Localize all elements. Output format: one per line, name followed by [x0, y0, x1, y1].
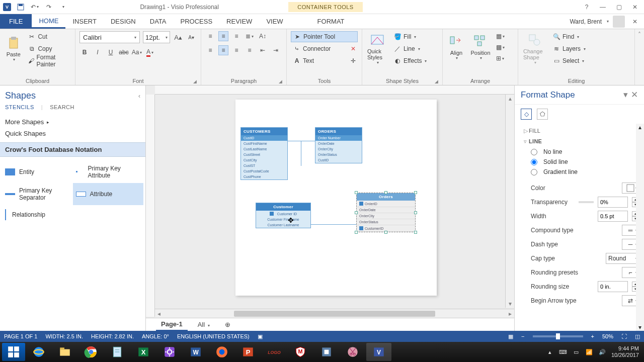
- justify-button[interactable]: ≡: [245, 45, 255, 55]
- qat-save-icon[interactable]: [16, 3, 25, 12]
- tray-keyboard-icon[interactable]: ⌨: [559, 348, 567, 356]
- close-document-icon[interactable]: ✕: [629, 16, 641, 28]
- full-screen-icon[interactable]: ◫: [635, 333, 640, 340]
- shrink-font-button[interactable]: A▾: [186, 32, 196, 42]
- page-tab-all[interactable]: All ▾: [193, 319, 215, 330]
- rounding-size-input[interactable]: [598, 281, 628, 292]
- taskbar-powerpoint[interactable]: P: [235, 343, 261, 361]
- align-middle-button[interactable]: ≡: [218, 31, 228, 41]
- line-width-input[interactable]: [598, 211, 628, 222]
- increase-indent-button[interactable]: ⇥: [271, 45, 281, 55]
- shape-styles-dialog-launcher[interactable]: ◢: [435, 79, 438, 84]
- pointer-tool-button[interactable]: ➤Pointer Tool: [291, 31, 358, 42]
- select-button[interactable]: ▭Select▾: [550, 55, 588, 66]
- position-button[interactable]: Position▾: [469, 34, 492, 61]
- taskbar-chrome[interactable]: [78, 343, 104, 361]
- user-name[interactable]: Ward, Brent: [570, 18, 602, 25]
- quick-shapes-link[interactable]: Quick Shapes: [5, 128, 140, 139]
- scroll-down-icon[interactable]: ▾: [506, 300, 514, 308]
- taskbar-logo-app[interactable]: LOGO: [262, 343, 287, 361]
- stencils-tab[interactable]: STENCILS: [5, 104, 34, 110]
- gradient-line-radio[interactable]: Gradient line: [524, 167, 639, 177]
- taskbar-firefox[interactable]: [209, 343, 234, 361]
- change-shape-button[interactable]: Change Shape▾: [522, 32, 547, 66]
- grow-font-button[interactable]: A▴: [173, 32, 183, 42]
- quick-styles-button[interactable]: Quick Styles▾: [366, 32, 388, 66]
- layers-button[interactable]: ≋Layers▾: [550, 43, 588, 54]
- tray-network-icon[interactable]: 📶: [585, 348, 593, 356]
- bring-front-button[interactable]: ▦▾: [495, 31, 505, 41]
- paragraph-dialog-launcher[interactable]: ◢: [279, 79, 282, 84]
- taskbar-notepad[interactable]: [105, 343, 130, 361]
- group-button[interactable]: ⊞▾: [495, 53, 505, 63]
- text-direction-button[interactable]: A↕: [258, 31, 268, 41]
- connection-point-icon[interactable]: ✛: [351, 57, 356, 64]
- zoom-out-icon[interactable]: −: [521, 333, 524, 339]
- case-button[interactable]: Aa▾: [132, 47, 142, 57]
- restore-icon[interactable]: ▢: [613, 1, 625, 13]
- align-top-button[interactable]: ≡: [205, 31, 215, 41]
- scroll-up-icon[interactable]: ▴: [506, 95, 514, 103]
- align-left-button[interactable]: ≡: [205, 45, 215, 55]
- align-button[interactable]: Align▾: [447, 34, 466, 61]
- current-stencil[interactable]: Crow's Foot Database Notation: [0, 142, 145, 157]
- search-tab[interactable]: SEARCH: [50, 104, 74, 110]
- no-line-radio[interactable]: No line: [524, 147, 639, 157]
- taskbar-ie[interactable]: [26, 343, 51, 361]
- strike-button[interactable]: abc: [119, 47, 129, 57]
- font-color-button[interactable]: A▾: [145, 47, 155, 57]
- shape-entity[interactable]: Entity: [2, 161, 73, 183]
- zoom-level[interactable]: 50%: [602, 333, 613, 339]
- start-button[interactable]: [2, 343, 25, 361]
- align-center-button[interactable]: ≡: [218, 45, 228, 55]
- avatar[interactable]: [613, 16, 625, 28]
- format-panel-scrollbar[interactable]: ▴▾: [636, 124, 644, 331]
- effects-button[interactable]: ◐Effects▾: [391, 55, 429, 66]
- fill-line-tab-icon[interactable]: ◇: [521, 109, 532, 120]
- drawing-canvas[interactable]: CUSTOMERS CustID CustFirstName CustLastN…: [155, 95, 514, 309]
- tray-volume-icon[interactable]: 🔊: [598, 348, 606, 356]
- qat-undo-icon[interactable]: ↶▾: [30, 3, 39, 12]
- tab-home[interactable]: HOME: [32, 14, 65, 29]
- copy-button[interactable]: ⧉Copy: [26, 43, 71, 54]
- cut-button[interactable]: ✂Cut: [26, 31, 71, 42]
- shape-relationship[interactable]: Relationship: [2, 205, 73, 224]
- align-right-button[interactable]: ≡: [231, 45, 242, 55]
- effects-tab-icon[interactable]: ⬠: [537, 109, 548, 120]
- shape-primary-key-separator[interactable]: Primary Key Separator: [2, 183, 73, 205]
- entity-orders-selected[interactable]: Orders OrderID OrderDate OrderCity Order…: [356, 193, 416, 232]
- transparency-slider[interactable]: [579, 201, 594, 203]
- connector-top[interactable]: [288, 141, 315, 141]
- font-dialog-launcher[interactable]: ◢: [193, 79, 197, 84]
- status-page[interactable]: PAGE 1 OF 1: [4, 333, 37, 339]
- scroll-right-icon[interactable]: ▸: [506, 310, 514, 318]
- tray-show-hidden-icon[interactable]: ▴: [546, 348, 554, 356]
- bold-button[interactable]: B: [79, 47, 90, 57]
- entity-orders-top[interactable]: ORDERS Order Number OrderDate OrderCity …: [315, 127, 362, 163]
- italic-button[interactable]: I: [93, 47, 103, 57]
- shape-attribute[interactable]: Attribute: [73, 183, 144, 205]
- tab-file[interactable]: FILE: [0, 14, 32, 29]
- font-size-combo[interactable]: 12pt.▾: [143, 31, 170, 43]
- page-tab-1[interactable]: Page-1: [156, 318, 188, 331]
- connector-tool-button[interactable]: ⤷Connector ✕: [291, 43, 358, 54]
- send-back-button[interactable]: ▩▾: [495, 42, 505, 52]
- paste-button[interactable]: Paste▾: [4, 35, 23, 63]
- entity-customer[interactable]: Customer Customer ID Customer Firstname …: [256, 203, 311, 228]
- fill-button[interactable]: 🪣Fill▾: [391, 31, 429, 42]
- system-clock[interactable]: 9:44 PM 10/26/2017: [611, 345, 639, 358]
- help-icon[interactable]: ?: [581, 1, 593, 13]
- cap-type-picker[interactable]: Round▾: [606, 253, 639, 264]
- taskbar-app-1[interactable]: [314, 343, 339, 361]
- font-name-combo[interactable]: Calibri▾: [79, 31, 140, 43]
- connector-bottom[interactable]: [311, 224, 356, 225]
- zoom-slider[interactable]: [533, 335, 583, 337]
- find-button[interactable]: 🔍Find▾: [550, 31, 588, 42]
- format-painter-button[interactable]: 🖌Format Painter: [26, 55, 71, 66]
- taskbar-snip[interactable]: [340, 343, 365, 361]
- presentation-mode-icon[interactable]: ▦: [508, 333, 513, 340]
- task-pane-options-icon[interactable]: ▾: [623, 89, 628, 100]
- entity-customers[interactable]: CUSTOMERS CustID CustFirstName CustLastN…: [240, 127, 288, 180]
- decrease-indent-button[interactable]: ⇤: [258, 45, 268, 55]
- taskbar-mcafee[interactable]: M: [288, 343, 313, 361]
